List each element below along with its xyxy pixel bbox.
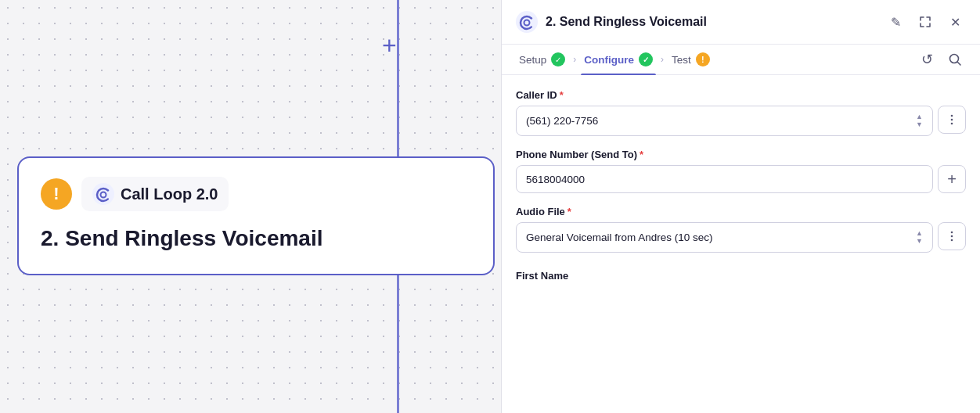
svg-point-4 [950,55,959,63]
phone-required: * [640,149,643,160]
warning-icon: ! [53,185,59,203]
test-warn-icon: ! [696,52,710,66]
edit-title-button[interactable]: ✎ [885,11,906,33]
first-name-label: First Name [516,265,966,282]
node-app-name: Call Loop 2.0 [121,185,218,203]
caller-id-row: (561) 220-7756 ▲ ▼ [516,106,966,136]
node-title: 2. Send Ringless Voicemail [41,225,471,252]
warning-badge: ! [41,178,72,210]
configure-check-icon: ✓ [639,52,653,66]
setup-check-icon: ✓ [551,52,565,66]
audio-label: Audio File * [516,206,966,217]
panel-tabs: Setup ✓ › Configure ✓ › Test ! ↺ [502,45,980,75]
tab-chevron-1: › [573,54,576,65]
svg-point-9 [951,235,953,238]
tabs-right-actions: ↺ [916,48,966,70]
callloop-logo-icon [92,183,114,205]
tab-configure[interactable]: Configure ✓ [581,45,656,74]
phone-label: Phone Number (Send To) * [516,149,966,160]
caller-id-arrows: ▲ ▼ [916,113,923,128]
panel-header-icons: ✎ ✕ [885,11,966,33]
tab-configure-label: Configure [584,54,634,66]
add-step-button[interactable]: + [382,33,397,58]
audio-row: General Voicemail from Andres (10 sec) ▲… [516,222,966,253]
tab-setup-label: Setup [519,54,546,66]
caller-id-group: Caller ID * (561) 220-7756 ▲ ▼ [516,89,966,136]
audio-required: * [567,206,571,217]
svg-point-10 [951,239,953,242]
svg-point-5 [951,115,953,117]
panel-title: 2. Send Ringless Voicemail [546,15,877,29]
audio-select[interactable]: General Voicemail from Andres (10 sec) ▲… [516,222,933,253]
phone-row: 5618004000 + [516,165,966,193]
audio-value: General Voicemail from Andres (10 sec) [526,232,713,243]
caller-id-menu-button[interactable] [938,106,966,134]
audio-menu-button[interactable] [938,222,966,250]
phone-value: 5618004000 [526,174,585,185]
caller-id-required: * [560,89,564,101]
refresh-button[interactable]: ↺ [916,48,938,70]
phone-input[interactable]: 5618004000 [516,165,933,193]
node-app-badge: Call Loop 2.0 [81,177,229,211]
panel: 2. Send Ringless Voicemail ✎ ✕ Setup ✓ ›… [501,0,980,413]
expand-button[interactable] [914,11,936,33]
node-card: ! Call Loop 2.0 2. Send Ringless Voicema… [17,156,495,275]
search-button[interactable] [944,48,966,70]
caller-id-select[interactable]: (561) 220-7756 ▲ ▼ [516,106,933,136]
tab-setup[interactable]: Setup ✓ [516,45,568,74]
svg-point-6 [951,119,953,121]
caller-id-value: (561) 220-7756 [526,115,598,127]
svg-point-8 [951,232,953,234]
svg-point-7 [951,123,953,125]
tab-chevron-2: › [661,54,664,65]
audio-arrows: ▲ ▼ [916,230,923,245]
phone-group: Phone Number (Send To) * 5618004000 + [516,149,966,193]
tab-test[interactable]: Test ! [668,45,713,74]
form-area: Caller ID * (561) 220-7756 ▲ ▼ Phone [502,75,980,413]
close-button[interactable]: ✕ [944,11,966,33]
panel-logo-icon [516,11,538,33]
tab-test-label: Test [672,54,691,66]
phone-add-button[interactable]: + [938,165,966,193]
node-header: ! Call Loop 2.0 [41,177,471,211]
audio-group: Audio File * General Voicemail from Andr… [516,206,966,253]
panel-header: 2. Send Ringless Voicemail ✎ ✕ [502,0,980,45]
caller-id-label: Caller ID * [516,89,966,101]
